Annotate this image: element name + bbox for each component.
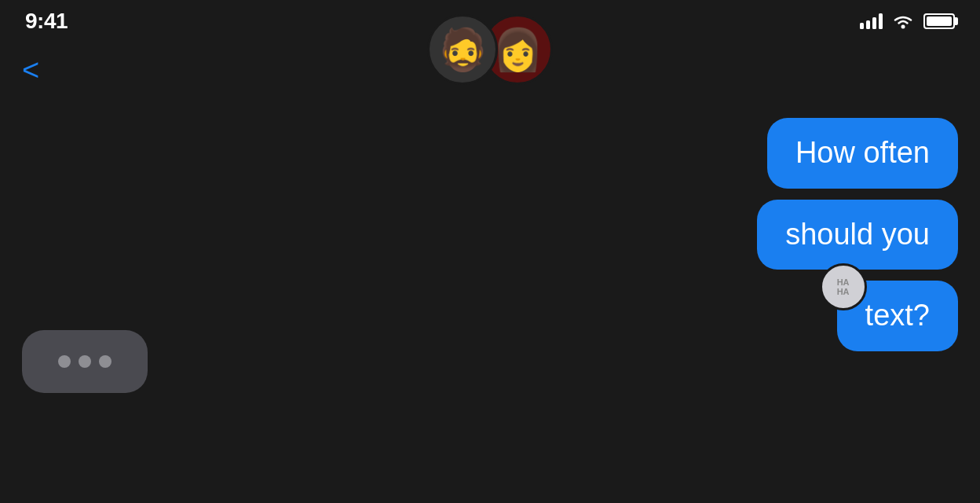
typing-dot-3 [99, 355, 112, 368]
typing-indicator [22, 330, 148, 393]
back-button[interactable]: < [22, 42, 39, 97]
battery-icon [923, 13, 955, 29]
status-time: 9:41 [25, 9, 68, 34]
status-icons [860, 13, 955, 29]
avatar-user1: 🧔 [427, 14, 498, 85]
typing-dot-1 [58, 355, 71, 368]
messages-area [0, 110, 980, 503]
typing-dot-2 [79, 355, 91, 368]
battery-fill [927, 17, 952, 26]
signal-icon [860, 13, 883, 29]
avatar-group[interactable]: 🧔 👩 [427, 14, 553, 85]
svg-point-0 [901, 25, 905, 29]
wifi-icon [892, 13, 914, 29]
